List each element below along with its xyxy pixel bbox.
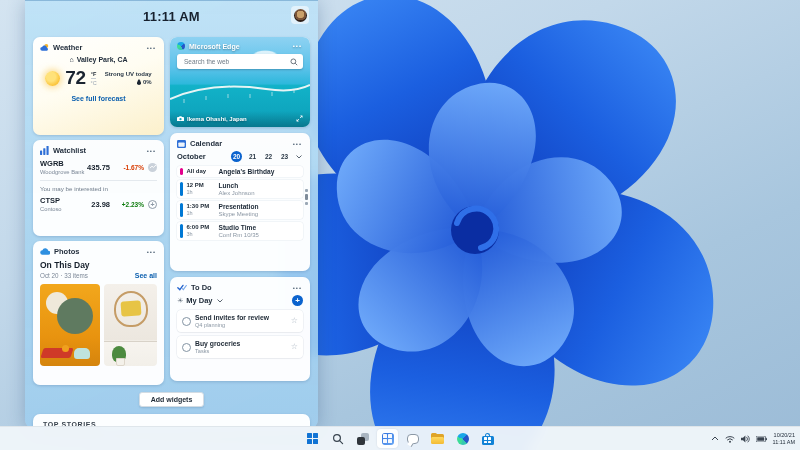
event-duration: 1h [187, 189, 215, 195]
widget-menu-button[interactable]: ••• [146, 249, 157, 255]
todo-list-selector[interactable]: My Day [186, 296, 212, 305]
search-input[interactable] [182, 57, 290, 66]
avatar [294, 9, 307, 22]
chat-button[interactable] [402, 429, 423, 448]
expand-icon[interactable] [296, 115, 303, 122]
widget-title: Watchlist [53, 146, 86, 155]
calendar-month-label: October [177, 152, 206, 161]
stock-row[interactable]: WGRB Woodgrove Bank 435.75 -1.67% [40, 159, 157, 175]
widgets-panel: 11:11 AM Weather ••• ⌂ [25, 0, 318, 428]
task-view-button[interactable] [352, 429, 373, 448]
panel-header: 11:11 AM [25, 1, 318, 29]
widget-title: Weather [53, 43, 82, 52]
stock-row[interactable]: CTSP Contoso 23.98 +2.23% + [40, 196, 157, 212]
taskbar: 10/20/21 11:11 AM [0, 426, 800, 450]
store-button[interactable] [477, 429, 498, 448]
task-title: Send invites for review [195, 314, 269, 321]
calendar-day[interactable]: 21 [247, 151, 258, 162]
temperature-value: 72 [65, 67, 85, 89]
task-checkbox[interactable] [182, 343, 191, 352]
unit-fahrenheit[interactable]: °F [91, 71, 97, 79]
weather-icon [40, 43, 49, 52]
search-icon [332, 433, 344, 445]
weather-condition: Strong UV today [105, 71, 152, 77]
calendar-icon [177, 139, 186, 148]
stock-name: Woodgrove Bank [40, 169, 87, 175]
edge-widget: Microsoft Edge ••• [170, 37, 310, 127]
task-row[interactable]: Buy groceries Tasks ☆ [177, 336, 303, 358]
widget-menu-button[interactable]: ••• [292, 285, 303, 291]
calendar-event[interactable]: 12 PM 1h Lunch Alex Johnson [177, 180, 303, 198]
calendar-day[interactable]: 23 [279, 151, 290, 162]
search-icon[interactable] [290, 58, 298, 66]
task-row[interactable]: Send invites for review Q4 planning ☆ [177, 310, 303, 332]
see-all-link[interactable]: See all [135, 272, 157, 279]
task-title: Buy groceries [195, 340, 240, 347]
calendar-scrollbar[interactable] [305, 189, 308, 205]
volume-icon[interactable] [741, 435, 750, 443]
wifi-icon[interactable] [725, 435, 735, 443]
widget-menu-button[interactable]: ••• [292, 141, 303, 147]
file-explorer-button[interactable] [427, 429, 448, 448]
add-widgets-button[interactable]: Add widgets [139, 392, 205, 407]
photos-widget: Photos ••• On This Day Oct 20 · 33 items… [33, 241, 164, 385]
calendar-event[interactable]: All day Angela's Birthday [177, 166, 303, 177]
weather-location[interactable]: ⌂ Valley Park, CA [40, 56, 157, 63]
precipitation-value: 0% [143, 79, 152, 85]
battery-icon[interactable] [756, 436, 767, 442]
task-checkbox[interactable] [182, 317, 191, 326]
tray-time: 11:11 AM [773, 439, 795, 446]
photo-decor [116, 358, 125, 366]
folder-icon [431, 433, 444, 444]
photo-thumbnail[interactable] [104, 284, 157, 366]
stock-name: Contoso [40, 206, 91, 212]
stock-action-icon[interactable] [148, 163, 157, 172]
chevron-down-icon[interactable] [216, 297, 224, 305]
widgets-button[interactable] [377, 429, 398, 448]
panel-clock: 11:11 AM [25, 9, 318, 24]
widget-menu-button[interactable]: ••• [146, 45, 157, 51]
event-time: 6:00 PM [187, 224, 215, 230]
search-button[interactable] [327, 429, 348, 448]
widget-title: To Do [191, 283, 212, 292]
event-title: Presentation [219, 203, 259, 210]
stock-chart-icon [40, 146, 49, 155]
event-time: 1:30 PM [187, 203, 215, 209]
edge-button[interactable] [452, 429, 473, 448]
desktop: 11:11 AM Weather ••• ⌂ [0, 0, 800, 450]
stock-change: -1.67% [114, 164, 144, 171]
store-icon [482, 433, 494, 445]
tray-chevron-up-icon[interactable] [711, 436, 719, 441]
calendar-event[interactable]: 6:00 PM 3h Studio Time Conf Rm 10/35 [177, 222, 303, 240]
chevron-down-icon[interactable] [295, 153, 303, 161]
profile-button[interactable] [291, 6, 309, 24]
event-time: All day [187, 168, 215, 174]
unit-celsius[interactable]: °C [90, 79, 96, 86]
widget-title: Microsoft Edge [189, 43, 240, 50]
watchlist-widget: Watchlist ••• WGRB Woodgrove Bank 435.75… [33, 140, 164, 236]
star-icon[interactable]: ☆ [291, 317, 298, 325]
photos-heading: On This Day [40, 260, 157, 270]
add-stock-icon[interactable]: + [148, 200, 157, 209]
calendar-day[interactable]: 20 [231, 151, 242, 162]
widget-menu-button[interactable]: ••• [292, 43, 303, 49]
calendar-day[interactable]: 22 [263, 151, 274, 162]
star-icon[interactable]: ☆ [291, 343, 298, 351]
photos-cloud-icon [40, 248, 50, 255]
tray-datetime[interactable]: 10/20/21 11:11 AM [773, 432, 795, 445]
sun-icon [45, 71, 60, 86]
task-view-icon [357, 433, 369, 445]
web-search-box[interactable] [177, 54, 303, 69]
event-duration: 1h [187, 210, 215, 216]
temperature-units[interactable]: °F °C [90, 71, 96, 86]
droplet-icon [137, 79, 141, 85]
photo-thumbnail[interactable] [40, 284, 100, 366]
calendar-event[interactable]: 1:30 PM 1h Presentation Skype Meeting [177, 201, 303, 219]
start-button[interactable] [302, 429, 323, 448]
event-color-bar [180, 224, 183, 238]
event-subtitle: Alex Johnson [219, 190, 255, 196]
stock-price: 435.75 [87, 163, 110, 172]
add-task-button[interactable]: + [292, 295, 303, 306]
see-full-forecast-link[interactable]: See full forecast [40, 95, 157, 102]
widget-menu-button[interactable]: ••• [146, 148, 157, 154]
